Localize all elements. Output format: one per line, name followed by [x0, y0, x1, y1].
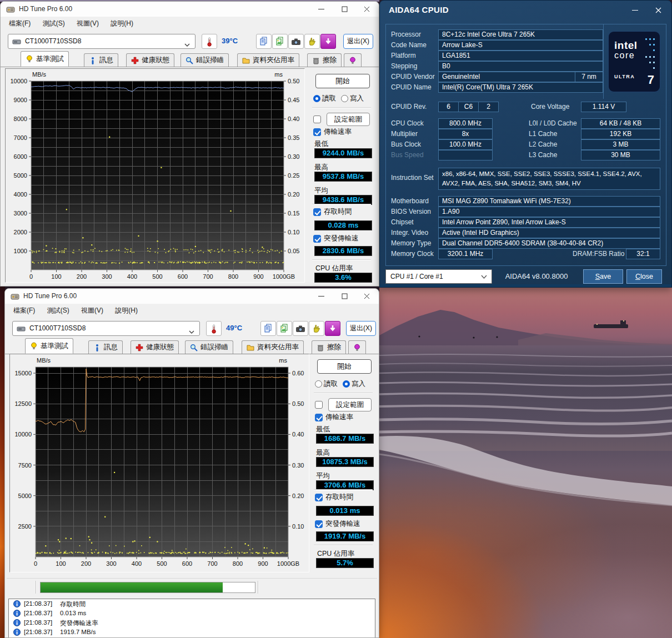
- divider: [314, 545, 373, 546]
- copy-text-button[interactable]: [256, 34, 272, 49]
- minimize-button[interactable]: [310, 289, 332, 304]
- benchmark-controls: 開始 讀取 寫入 設定範圍 傳輸速率 最低 9244.0 MB/s 最高 953…: [312, 69, 374, 283]
- menu-test[interactable]: 測試(S): [42, 304, 74, 315]
- core-voltage-value: 1.114 V: [581, 102, 626, 112]
- chevron-down-icon: [184, 39, 190, 49]
- screenshot-button[interactable]: [293, 321, 308, 336]
- titlebar[interactable]: HD Tune Pro 6.00: [5, 289, 379, 304]
- svg-text:4000: 4000: [14, 191, 27, 198]
- tab-health[interactable]: 健康狀態: [131, 340, 179, 354]
- cpu-core-select[interactable]: CPU #1 / Core #1: [385, 269, 492, 284]
- exit-button[interactable]: 退出(X): [343, 34, 373, 49]
- svg-text:7500: 7500: [18, 462, 32, 469]
- svg-text:2500: 2500: [18, 523, 32, 530]
- l2-cache-value: 3 MB: [581, 139, 660, 150]
- set-range-button[interactable]: 設定範圍: [328, 398, 372, 411]
- transfer-rate-checkbox[interactable]: [315, 414, 323, 421]
- bulb-icon: [30, 342, 38, 350]
- svg-text:100: 100: [51, 273, 61, 280]
- svg-text:200: 200: [77, 273, 87, 280]
- copy-text-button[interactable]: [260, 321, 276, 336]
- tab-extra[interactable]: [344, 53, 362, 67]
- copy-image-button[interactable]: [272, 34, 288, 49]
- burst-rate-checkbox[interactable]: [315, 520, 323, 528]
- hand-tool-button[interactable]: [304, 34, 320, 49]
- svg-text:ms: ms: [279, 357, 287, 364]
- tab-error-scan[interactable]: 錯誤掃瞄: [185, 340, 233, 354]
- bus-speed-value: [438, 150, 493, 160]
- range-checkbox[interactable]: [313, 115, 321, 123]
- window-title: HD Tune Pro 6.00: [23, 289, 77, 304]
- menu-view[interactable]: 視圖(V): [72, 17, 104, 28]
- chevron-down-icon: [189, 326, 194, 336]
- menubar: 檔案(F) 測試(S) 視圖(V) 說明(H): [1, 17, 379, 29]
- cpuid-rev-cell: 2: [478, 102, 499, 112]
- max-label: 最高: [314, 163, 328, 172]
- svg-text:0: 0: [34, 560, 37, 567]
- start-button[interactable]: 開始: [317, 359, 372, 374]
- maximize-button[interactable]: [333, 2, 355, 17]
- minimize-button[interactable]: [625, 2, 645, 18]
- exit-button[interactable]: 退出(X): [346, 321, 376, 336]
- menu-file[interactable]: 檔案(F): [8, 304, 40, 315]
- tab-info[interactable]: 訊息: [84, 53, 118, 67]
- screenshot-button[interactable]: [288, 34, 304, 49]
- save-button[interactable]: Save: [583, 269, 623, 284]
- tab-info[interactable]: 訊息: [88, 340, 123, 354]
- radio-write[interactable]: 寫入: [341, 94, 364, 103]
- purple-lamp-icon: [353, 344, 361, 351]
- transfer-rate-checkbox[interactable]: [313, 128, 321, 136]
- purple-lamp-icon: [349, 57, 357, 64]
- codename-value: Arrow Lake-S: [438, 40, 603, 51]
- access-time-checkbox[interactable]: [313, 208, 321, 216]
- tab-benchmark[interactable]: 基準測試: [25, 338, 73, 354]
- download-results-button[interactable]: [320, 34, 336, 49]
- set-range-button[interactable]: 設定範圍: [327, 113, 370, 126]
- titlebar[interactable]: HD Tune Pro 6.00: [1, 2, 379, 17]
- integrated-video-value: Active (Intel HD Graphics): [438, 228, 660, 238]
- menubar: 檔案(F) 測試(S) 視圖(V) 說明(H): [5, 304, 379, 316]
- radio-read[interactable]: 讀取: [313, 94, 336, 103]
- field-label: Memory Clock: [391, 249, 434, 259]
- radio-write[interactable]: 寫入: [343, 379, 365, 389]
- tab-extra[interactable]: [348, 340, 366, 354]
- menu-test[interactable]: 測試(S): [38, 17, 70, 28]
- download-results-button[interactable]: [325, 321, 340, 336]
- close-dialog-button[interactable]: Close: [626, 269, 662, 284]
- tab-erase[interactable]: 擦除: [312, 340, 346, 354]
- access-time-checkbox[interactable]: [315, 494, 323, 501]
- start-button[interactable]: 開始: [315, 74, 370, 88]
- burst-rate-checkbox[interactable]: [313, 235, 321, 243]
- hand-tool-button[interactable]: [309, 321, 324, 336]
- hdtune-app-icon: [11, 292, 19, 301]
- menu-help[interactable]: 說明(H): [110, 304, 143, 315]
- field-label: Core Voltage: [531, 102, 569, 112]
- svg-text:600: 600: [178, 273, 188, 280]
- menu-file[interactable]: 檔案(F): [4, 17, 36, 28]
- tab-erase[interactable]: 擦除: [307, 53, 342, 67]
- svg-text:MB/s: MB/s: [32, 71, 47, 78]
- tab-folder-usage[interactable]: 資料夾佔用率: [242, 340, 304, 354]
- maximize-button[interactable]: [333, 289, 355, 304]
- minimize-button[interactable]: [310, 2, 332, 17]
- svg-text:200: 200: [81, 560, 91, 567]
- close-button[interactable]: [355, 2, 378, 17]
- close-button[interactable]: [355, 289, 378, 304]
- menu-help[interactable]: 說明(H): [106, 17, 138, 28]
- result-log[interactable]: [21:08.37] 存取時間 [21:08.37] 0.013 ms [21:…: [8, 599, 375, 638]
- tab-folder-usage[interactable]: 資料夾佔用率: [237, 53, 299, 67]
- svg-text:10000: 10000: [14, 431, 32, 438]
- tab-health[interactable]: 健康狀態: [126, 53, 174, 67]
- aida64-window: AIDA64 CPUID Processor Code Name Platfor…: [379, 0, 672, 288]
- copy-image-button[interactable]: [277, 321, 292, 336]
- close-button[interactable]: [648, 2, 668, 18]
- radio-read[interactable]: 讀取: [315, 379, 338, 389]
- tab-error-scan[interactable]: 錯誤掃瞄: [180, 53, 229, 67]
- menu-view[interactable]: 視圖(V): [76, 304, 108, 315]
- field-label: Stepping: [391, 61, 417, 72]
- drive-select[interactable]: CT1000T710SSD8: [8, 34, 195, 49]
- drive-select[interactable]: CT1000T710SSD8: [12, 321, 200, 336]
- folder-icon: [242, 57, 250, 64]
- tab-benchmark[interactable]: 基準測試: [21, 51, 69, 67]
- range-checkbox[interactable]: [315, 401, 323, 409]
